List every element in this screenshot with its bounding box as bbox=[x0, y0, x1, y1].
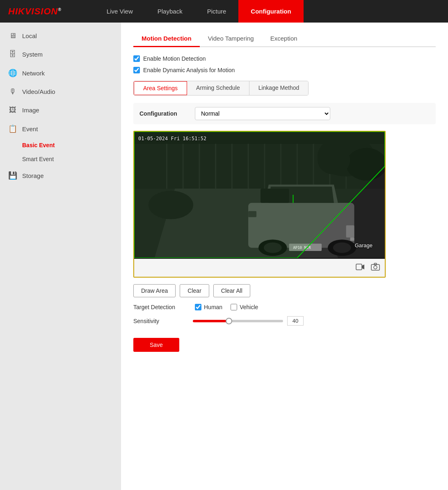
main-content: Motion Detection Video Tampering Excepti… bbox=[121, 23, 448, 490]
snapshot-icon[interactable] bbox=[371, 262, 380, 273]
sidebar-label-basic-event: Basic Event bbox=[22, 142, 55, 148]
tab-video-tampering[interactable]: Video Tampering bbox=[200, 31, 262, 47]
save-row: Save bbox=[133, 338, 436, 352]
image-icon: 🖼 bbox=[8, 106, 17, 114]
svg-marker-36 bbox=[362, 264, 364, 269]
sidebar-label-image: Image bbox=[22, 107, 39, 114]
sidebar: 🖥 Local 🗄 System 🌐 Network 🎙 Video/Audio… bbox=[0, 23, 121, 490]
config-select[interactable]: Normal Expert bbox=[195, 107, 330, 120]
network-icon: 🌐 bbox=[8, 68, 17, 77]
svg-rect-25 bbox=[346, 225, 354, 237]
target-detection-label: Target Detection bbox=[133, 304, 187, 310]
sidebar-label-system: System bbox=[22, 51, 43, 58]
target-detection-row: Target Detection Human Vehicle bbox=[133, 304, 436, 310]
sidebar-label-network: Network bbox=[22, 70, 45, 77]
storage-icon: 💾 bbox=[8, 171, 17, 180]
camera-container: AP10 NCR 01-05-2024 Fri 16:51:52 Garage bbox=[133, 131, 386, 278]
sidebar-label-smart-event: Smart Event bbox=[22, 156, 54, 162]
scene-svg: AP10 NCR bbox=[134, 132, 385, 258]
nav-live-view[interactable]: Live View bbox=[94, 0, 145, 23]
svg-point-38 bbox=[374, 266, 377, 269]
enable-motion-checkbox[interactable] bbox=[133, 55, 140, 62]
sidebar-item-image[interactable]: 🖼 Image bbox=[0, 101, 121, 119]
clear-all-button[interactable]: Clear All bbox=[213, 284, 250, 297]
svg-rect-26 bbox=[350, 237, 354, 241]
camera-view[interactable]: AP10 NCR 01-05-2024 Fri 16:51:52 Garage bbox=[134, 132, 385, 259]
sidebar-item-storage[interactable]: 💾 Storage bbox=[0, 166, 121, 185]
enable-dynamic-label[interactable]: Enable Dynamic Analysis for Motion bbox=[143, 67, 235, 73]
human-check: Human bbox=[195, 304, 222, 310]
nav-configuration[interactable]: Configuration bbox=[238, 0, 303, 23]
sidebar-item-event[interactable]: 📋 Event bbox=[0, 119, 121, 138]
vehicle-checkbox[interactable] bbox=[231, 304, 237, 310]
vehicle-label[interactable]: Vehicle bbox=[240, 304, 258, 310]
sidebar-item-local[interactable]: 🖥 Local bbox=[0, 27, 121, 45]
logo-reg: ® bbox=[58, 7, 61, 11]
wizard-tabs: Area Settings Arming Schedule Linkage Me… bbox=[133, 81, 309, 96]
camera-timestamp: 01-05-2024 Fri 16:51:52 bbox=[138, 136, 206, 141]
video-audio-icon: 🎙 bbox=[8, 87, 17, 96]
sidebar-label-storage: Storage bbox=[22, 172, 44, 179]
svg-point-30 bbox=[333, 242, 351, 253]
human-label[interactable]: Human bbox=[204, 304, 222, 310]
sidebar-item-basic-event[interactable]: Basic Event bbox=[0, 138, 121, 152]
sidebar-item-network[interactable]: 🌐 Network bbox=[0, 64, 121, 82]
save-button[interactable]: Save bbox=[133, 338, 179, 352]
sidebar-item-video-audio[interactable]: 🎙 Video/Audio bbox=[0, 82, 121, 101]
top-nav: HIKVISION® Live View Playback Picture Co… bbox=[0, 0, 448, 23]
sensitivity-value: 40 bbox=[287, 316, 304, 326]
svg-rect-37 bbox=[371, 264, 379, 270]
tab-exception[interactable]: Exception bbox=[262, 31, 306, 47]
wizard-tab-area-settings[interactable]: Area Settings bbox=[133, 81, 187, 96]
sensitivity-row: Sensitivity 40 bbox=[133, 316, 436, 326]
svg-rect-35 bbox=[356, 264, 362, 270]
human-checkbox[interactable] bbox=[195, 304, 201, 310]
clear-button[interactable]: Clear bbox=[180, 284, 209, 297]
nav-links: Live View Playback Picture Configuration bbox=[94, 0, 440, 23]
local-icon: 🖥 bbox=[8, 32, 17, 40]
sensitivity-label: Sensitivity bbox=[133, 318, 187, 324]
sidebar-label-video-audio: Video/Audio bbox=[22, 88, 55, 95]
svg-rect-39 bbox=[374, 263, 377, 265]
event-icon: 📋 bbox=[8, 124, 17, 133]
nav-picture[interactable]: Picture bbox=[195, 0, 239, 23]
wizard-tab-arming-schedule[interactable]: Arming Schedule bbox=[187, 81, 249, 95]
vehicle-check: Vehicle bbox=[231, 304, 258, 310]
config-label: Configuration bbox=[139, 110, 189, 117]
logo: HIKVISION® bbox=[8, 6, 62, 17]
tab-motion-detection[interactable]: Motion Detection bbox=[133, 31, 200, 47]
sensitivity-slider[interactable] bbox=[193, 320, 283, 322]
sidebar-label-event: Event bbox=[22, 125, 38, 132]
sidebar-item-smart-event[interactable]: Smart Event bbox=[0, 152, 121, 166]
enable-motion-label[interactable]: Enable Motion Detection bbox=[143, 55, 206, 62]
layout: 🖥 Local 🗄 System 🌐 Network 🎙 Video/Audio… bbox=[0, 23, 448, 490]
record-icon[interactable] bbox=[356, 262, 365, 273]
draw-area-button[interactable]: Draw Area bbox=[133, 284, 176, 297]
action-buttons: Draw Area Clear Clear All bbox=[133, 284, 436, 297]
enable-motion-row: Enable Motion Detection bbox=[133, 55, 436, 62]
logo-hik: HIK bbox=[8, 6, 25, 16]
nav-playback[interactable]: Playback bbox=[145, 0, 195, 23]
config-row: Configuration Normal Expert bbox=[133, 103, 436, 124]
enable-dynamic-checkbox[interactable] bbox=[133, 67, 140, 73]
enable-dynamic-row: Enable Dynamic Analysis for Motion bbox=[133, 67, 436, 73]
slider-container: 40 bbox=[193, 316, 304, 326]
wizard-tab-linkage-method[interactable]: Linkage Method bbox=[249, 81, 309, 95]
system-icon: 🗄 bbox=[8, 50, 17, 59]
sidebar-item-system[interactable]: 🗄 System bbox=[0, 45, 121, 64]
camera-area-label: Garage bbox=[355, 242, 373, 248]
tab-bar: Motion Detection Video Tampering Excepti… bbox=[133, 31, 436, 47]
sidebar-label-local: Local bbox=[22, 32, 37, 39]
slider-thumb[interactable] bbox=[226, 318, 232, 324]
camera-toolbar bbox=[134, 259, 385, 277]
logo-vision: VISION bbox=[25, 6, 58, 16]
